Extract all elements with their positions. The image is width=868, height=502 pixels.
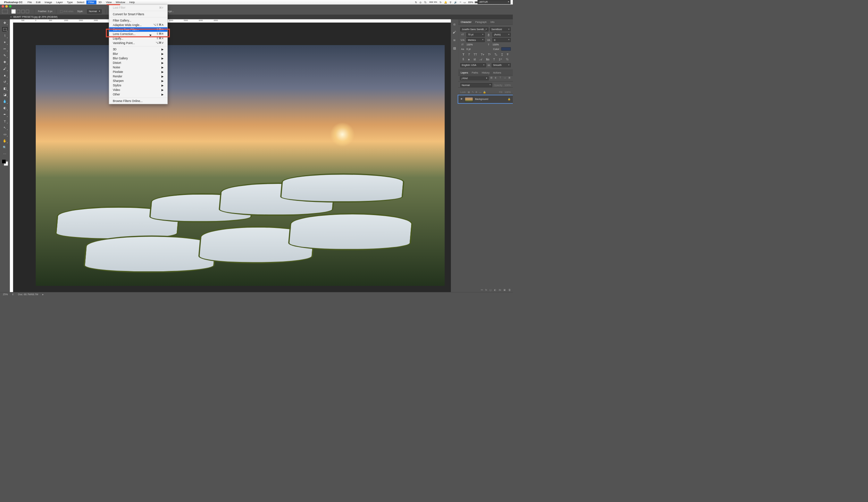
mi-adaptive-wide-angle[interactable]: Adaptive Wide Angle...⌥⇧⌘A bbox=[109, 23, 167, 27]
close-document-icon[interactable]: × bbox=[10, 16, 12, 18]
tab-info[interactable]: Info bbox=[490, 20, 495, 24]
underline-icon[interactable]: T bbox=[501, 53, 503, 56]
libraries-icon[interactable]: ⧈ bbox=[453, 23, 456, 26]
layer-filter-dropdown[interactable]: ρKind bbox=[460, 76, 489, 80]
minimize-window-icon[interactable] bbox=[5, 5, 8, 8]
stylistic-icon[interactable]: a̅a bbox=[486, 58, 490, 61]
menu-view[interactable]: View bbox=[104, 0, 114, 4]
allcaps-icon[interactable]: TT bbox=[474, 53, 477, 56]
close-window-icon[interactable] bbox=[2, 5, 4, 8]
volume-icon[interactable]: 🔊 bbox=[454, 1, 457, 3]
tool-quick-select[interactable]: ✶ bbox=[2, 40, 7, 45]
mi-3d[interactable]: 3D▶ bbox=[109, 47, 167, 52]
tool-path-select[interactable]: ↖ bbox=[2, 126, 7, 130]
tab-character[interactable]: Character bbox=[460, 20, 472, 24]
tool-eyedropper[interactable]: ✎ bbox=[2, 53, 7, 58]
tool-blur[interactable]: 💧 bbox=[2, 99, 7, 104]
menu-select[interactable]: Select bbox=[75, 0, 86, 4]
mi-stylize[interactable]: Stylize▶ bbox=[109, 83, 167, 88]
menu-file[interactable]: File bbox=[25, 0, 34, 4]
share-icon[interactable]: ⇪ bbox=[12, 293, 14, 296]
layer-row-background[interactable]: 👁 Background 🔒 bbox=[458, 95, 513, 103]
lock-all-icon[interactable]: 🔒 bbox=[483, 91, 486, 93]
baseline-value[interactable]: 0 pt bbox=[466, 48, 491, 50]
mi-convert-smart[interactable]: Convert for Smart Filters bbox=[109, 12, 167, 16]
styles-icon[interactable]: ▧ bbox=[453, 46, 456, 50]
fill-value[interactable]: 100% bbox=[504, 91, 511, 93]
layer-style-icon[interactable]: fx bbox=[485, 288, 487, 291]
tool-shape[interactable]: ▭ bbox=[2, 132, 7, 136]
tracking-dropdown[interactable]: 0 bbox=[493, 38, 511, 42]
selection-add-icon[interactable] bbox=[17, 10, 20, 13]
font-size-dropdown[interactable]: 70 pt bbox=[466, 33, 485, 37]
tool-eraser[interactable]: ◧ bbox=[2, 86, 7, 91]
mi-sharpen[interactable]: Sharpen▶ bbox=[109, 79, 167, 83]
menu-window[interactable]: Window bbox=[114, 0, 127, 4]
tool-healing[interactable]: ✚ bbox=[2, 60, 7, 65]
tool-marquee[interactable] bbox=[2, 27, 7, 32]
color-swatch[interactable] bbox=[501, 47, 511, 50]
tool-stamp[interactable]: ▲ bbox=[2, 73, 7, 77]
dropbox-icon[interactable]: ⇅ bbox=[415, 1, 417, 3]
tab-history[interactable]: History bbox=[481, 71, 490, 75]
filter-shape-icon[interactable]: ▭ bbox=[503, 76, 507, 80]
mi-liquify[interactable]: Liquify...⇧⌘X bbox=[109, 36, 167, 41]
lock-brush-icon[interactable]: ✎ bbox=[472, 91, 474, 93]
menu-layer[interactable]: Layer bbox=[54, 0, 65, 4]
tab-paths[interactable]: Paths bbox=[471, 71, 478, 75]
style-dropdown[interactable]: Normal bbox=[87, 9, 102, 14]
tab-actions[interactable]: Actions bbox=[493, 71, 502, 75]
lock-position-icon[interactable]: ✥ bbox=[475, 91, 477, 93]
tool-hand[interactable]: ✋ bbox=[2, 138, 7, 143]
language-dropdown[interactable]: English: USA bbox=[460, 63, 486, 67]
tool-crop[interactable]: ✂ bbox=[2, 47, 7, 51]
mi-lens-correction[interactable]: Lens Correction...⇧⌘R bbox=[109, 32, 167, 36]
mi-browse-filters-online[interactable]: Browse Filters Online... bbox=[109, 99, 167, 103]
mi-vanishing-point[interactable]: Vanishing Point...⌥⌘V bbox=[109, 41, 167, 45]
document-tab[interactable]: BEART PRESETS.jpg @ 25% (RGB/8#) bbox=[13, 16, 57, 18]
tab-paragraph[interactable]: Paragraph bbox=[475, 20, 487, 24]
titling-icon[interactable]: T bbox=[493, 58, 495, 61]
tool-gradient[interactable]: ◪ bbox=[2, 93, 7, 97]
canvas-area[interactable] bbox=[13, 23, 451, 292]
doc-info-arrow-icon[interactable]: ▸ bbox=[42, 293, 44, 296]
layer-thumbnail[interactable] bbox=[465, 96, 473, 102]
filter-smart-icon[interactable]: ▣ bbox=[508, 76, 511, 80]
sync-icon[interactable]: ↻ bbox=[440, 1, 442, 3]
brushes-icon[interactable]: 🖌 bbox=[453, 30, 456, 34]
opacity-value[interactable]: 100% bbox=[504, 84, 511, 86]
selection-intersect-icon[interactable] bbox=[26, 10, 29, 13]
menu-3d[interactable]: 3D bbox=[96, 0, 104, 4]
lock-pixels-icon[interactable]: ▦ bbox=[468, 91, 470, 93]
layer-name[interactable]: Background bbox=[475, 98, 488, 101]
blend-mode-dropdown[interactable]: Normal bbox=[460, 83, 492, 87]
display-icon[interactable]: ▭ bbox=[464, 1, 466, 3]
mi-video[interactable]: Video▶ bbox=[109, 88, 167, 92]
discretionary-icon[interactable]: st bbox=[474, 58, 476, 61]
tool-move[interactable]: ✥ bbox=[2, 20, 7, 25]
selection-subtract-icon[interactable] bbox=[21, 10, 24, 13]
mi-filter-gallery[interactable]: Filter Gallery... bbox=[109, 18, 167, 23]
notifications-icon[interactable]: 🔔 bbox=[444, 1, 447, 3]
selection-new-icon[interactable] bbox=[11, 9, 16, 14]
layer-mask-icon[interactable]: ◻ bbox=[490, 288, 492, 291]
menu-help[interactable]: Help bbox=[127, 0, 137, 4]
mi-noise[interactable]: Noise▶ bbox=[109, 65, 167, 70]
delete-layer-icon[interactable]: 🗑 bbox=[508, 288, 511, 291]
new-layer-icon[interactable]: ▣ bbox=[503, 288, 506, 291]
leading-dropdown[interactable]: (Auto) bbox=[493, 33, 511, 37]
mi-other[interactable]: Other▶ bbox=[109, 92, 167, 97]
bluetooth-icon[interactable]: ⚲ bbox=[450, 1, 451, 3]
current-tool-icon[interactable] bbox=[2, 9, 8, 13]
ligatures-icon[interactable]: fi bbox=[462, 58, 464, 61]
mi-render[interactable]: Render▶ bbox=[109, 74, 167, 79]
color-swatches[interactable] bbox=[2, 160, 8, 166]
tool-brush[interactable]: 🖌 bbox=[2, 66, 7, 71]
ordinals-icon[interactable]: 1ˢᵗ bbox=[499, 58, 502, 61]
tool-lasso[interactable]: ⌇ bbox=[2, 34, 7, 38]
superscript-icon[interactable]: T¹ bbox=[488, 53, 491, 56]
doc-info[interactable]: Doc: 68.7M/68.7M bbox=[18, 293, 38, 296]
menu-edit[interactable]: Edit bbox=[34, 0, 43, 4]
lock-artboard-icon[interactable]: ▭ bbox=[479, 91, 481, 93]
visibility-icon[interactable]: 👁 bbox=[460, 98, 463, 101]
